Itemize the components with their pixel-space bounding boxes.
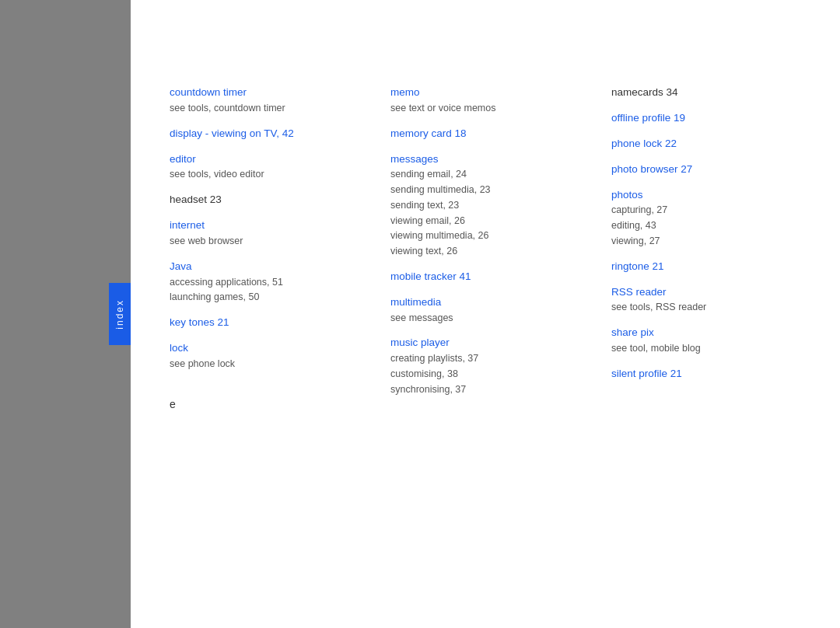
index-term: offline profile 19 [611, 111, 801, 126]
index-term: memory card 18 [390, 127, 580, 141]
index-sub-entry: see tools, video editor [170, 167, 359, 182]
index-sub-entry: see text or voice memos [390, 101, 580, 116]
footer-letter: e [170, 398, 359, 410]
list-item: memory card 18 [390, 127, 580, 141]
index-sub-entry: editing, 43 [611, 218, 801, 233]
main-content: countdown timersee tools, countdown time… [131, 0, 840, 628]
index-sub-entry: viewing multimedia, 26 [390, 229, 580, 243]
index-sub-entry: synchronising, 37 [390, 382, 580, 397]
index-sub-entry: sending text, 23 [390, 198, 580, 213]
list-item: countdown timersee tools, countdown time… [170, 85, 359, 116]
list-item: share pixsee tool, mobile blog [611, 326, 801, 356]
list-item: memosee text or voice memos [390, 85, 580, 116]
index-term: display - viewing on TV, 42 [170, 127, 359, 141]
index-sub-entry: see web browser [170, 234, 359, 249]
list-item: offline profile 19 [611, 111, 801, 126]
list-item: phone lock 22 [611, 137, 801, 152]
index-sub-entry: launching games, 50 [170, 290, 359, 305]
index-term: music player [390, 336, 580, 351]
index-sub-entry: viewing text, 26 [390, 244, 580, 259]
column-1: countdown timersee tools, countdown time… [170, 85, 359, 410]
index-sub-entry: sending multimedia, 23 [390, 183, 580, 197]
index-term: RSS reader [611, 285, 801, 300]
index-term: messages [390, 152, 580, 167]
index-sub-entry: viewing email, 26 [390, 214, 580, 229]
index-sub-entry: see tools, countdown timer [170, 101, 359, 116]
list-item: silent profile 21 [611, 367, 801, 382]
list-item: multimediasee messages [390, 295, 580, 326]
index-sub-entry: viewing, 27 [611, 234, 801, 249]
index-sub-entry: accessing applications, 51 [170, 275, 359, 290]
index-sub-entry: see tools, RSS reader [611, 300, 801, 315]
column-2: memosee text or voice memosmemory card 1… [390, 85, 580, 410]
list-item: locksee phone lock [170, 341, 359, 372]
sidebar-tab-label: index [114, 299, 125, 330]
list-item: RSS readersee tools, RSS reader [611, 285, 801, 316]
index-term: headset 23 [170, 193, 359, 208]
index-term: namecards 34 [611, 85, 801, 100]
index-term: lock [170, 341, 359, 356]
sidebar: index [0, 0, 131, 628]
index-sub-entry: customising, 38 [390, 367, 580, 382]
index-sub-entry: creating playlists, 37 [390, 351, 580, 366]
index-term: phone lock 22 [611, 137, 801, 152]
index-term: memo [390, 85, 580, 100]
index-term: photos [611, 188, 801, 203]
index-sub-entry: see messages [390, 311, 580, 326]
list-item: ringtone 21 [611, 260, 801, 274]
list-item: editorsee tools, video editor [170, 152, 359, 183]
list-item: key tones 21 [170, 316, 359, 330]
list-item: mobile tracker 41 [390, 270, 580, 284]
index-term: silent profile 21 [611, 367, 801, 382]
index-term: key tones 21 [170, 316, 359, 330]
column-3: namecards 34offline profile 19phone lock… [611, 85, 801, 410]
index-term: mobile tracker 41 [390, 270, 580, 284]
index-term: share pix [611, 326, 801, 340]
index-term: multimedia [390, 295, 580, 310]
page-container: index countdown timersee tools, countdow… [0, 0, 840, 628]
list-item: Javaaccessing applications, 51launching … [170, 260, 359, 305]
index-sub-entry: capturing, 27 [611, 203, 801, 218]
index-term: Java [170, 260, 359, 274]
list-item: music playercreating playlists, 37custom… [390, 336, 580, 396]
sidebar-tab: index [109, 283, 131, 345]
index-term: internet [170, 218, 359, 233]
index-term: ringtone 21 [611, 260, 801, 274]
list-item: namecards 34 [611, 85, 801, 100]
index-sub-entry: see phone lock [170, 357, 359, 372]
list-item: messagessending email, 24sending multime… [390, 152, 580, 259]
list-item: photoscapturing, 27editing, 43viewing, 2… [611, 188, 801, 249]
index-term: photo browser 27 [611, 162, 801, 177]
index-term: countdown timer [170, 85, 359, 100]
list-item: internetsee web browser [170, 218, 359, 249]
index-term: editor [170, 152, 359, 167]
list-item: display - viewing on TV, 42 [170, 127, 359, 141]
list-item: photo browser 27 [611, 162, 801, 177]
index-sub-entry: see tool, mobile blog [611, 341, 801, 356]
index-sub-entry: sending email, 24 [390, 167, 580, 182]
list-item: headset 23 [170, 193, 359, 208]
